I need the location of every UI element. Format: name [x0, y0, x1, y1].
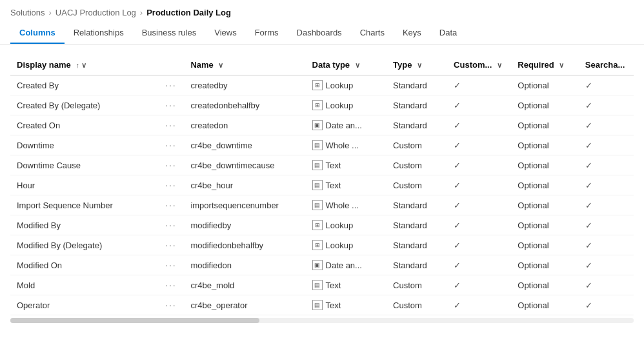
scrollbar-thumb[interactable] — [10, 318, 259, 323]
table-row: Created By ··· createdby ⊞ Lookup Standa… — [10, 75, 634, 95]
datatype-label: Text — [326, 181, 341, 190]
table-row: Modified By (Delegate) ··· modifiedonbeh… — [10, 235, 634, 255]
col-header-required[interactable]: Required ∨ — [511, 55, 579, 75]
nav-tab-keys[interactable]: Keys — [394, 23, 430, 44]
datatype-label: Text — [326, 281, 341, 290]
table-row: Modified By ··· modifiedby ⊞ Lookup Stan… — [10, 215, 634, 235]
cell-type: Custom — [387, 135, 447, 155]
cell-custom: ✓ — [447, 95, 511, 115]
row-menu-dots[interactable]: ··· — [165, 100, 177, 110]
cell-searchable: ✓ — [579, 255, 634, 275]
row-menu-dots[interactable]: ··· — [165, 240, 177, 250]
datatype-label: Date an... — [326, 121, 362, 130]
custom-check-icon: ✓ — [454, 201, 461, 210]
custom-check-icon: ✓ — [454, 81, 461, 90]
row-menu-dots[interactable]: ··· — [165, 120, 177, 130]
row-menu-dots[interactable]: ··· — [165, 140, 177, 150]
cell-display-name: Created By (Delegate) — [10, 95, 159, 115]
custom-check-icon: ✓ — [454, 181, 461, 190]
datatype-icon: ⊞ — [312, 240, 323, 250]
row-menu-dots[interactable]: ··· — [165, 80, 177, 90]
datatype-label: Lookup — [326, 81, 354, 90]
cell-required: Optional — [511, 75, 579, 95]
breadcrumb-solutions[interactable]: Solutions — [10, 8, 45, 17]
cell-dots[interactable]: ··· — [159, 255, 184, 275]
custom-check-icon: ✓ — [454, 261, 461, 270]
cell-searchable: ✓ — [579, 215, 634, 235]
datatype-icon: ⊞ — [312, 80, 323, 90]
col-header-datatype[interactable]: Data type ∨ — [306, 55, 387, 75]
nav-tab-forms[interactable]: Forms — [246, 23, 288, 44]
cell-required: Optional — [511, 235, 579, 255]
search-check-icon: ✓ — [585, 281, 592, 290]
cell-datatype: ▤ Whole ... — [306, 135, 387, 155]
cell-required: Optional — [511, 295, 579, 315]
col-header-type[interactable]: Type ∨ — [387, 55, 447, 75]
sort-icon-datatype: ∨ — [355, 61, 360, 70]
cell-custom: ✓ — [447, 255, 511, 275]
cell-display-name: Modified By (Delegate) — [10, 235, 159, 255]
cell-dots[interactable]: ··· — [159, 115, 184, 135]
nav-tab-business-rules[interactable]: Business rules — [133, 23, 206, 44]
row-menu-dots[interactable]: ··· — [165, 220, 177, 230]
datatype-label: Lookup — [326, 221, 354, 230]
nav-tab-views[interactable]: Views — [205, 23, 245, 44]
row-menu-dots[interactable]: ··· — [165, 200, 177, 210]
cell-dots[interactable]: ··· — [159, 215, 184, 235]
nav-tab-columns[interactable]: Columns — [10, 23, 65, 44]
cell-datatype: ⊞ Lookup — [306, 75, 387, 95]
col-header-searchable[interactable]: Searcha... — [579, 55, 634, 75]
cell-display-name: Downtime — [10, 135, 159, 155]
row-menu-dots[interactable]: ··· — [165, 260, 177, 270]
table-row: Modified On ··· modifiedon ▣ Date an... … — [10, 255, 634, 275]
search-check-icon: ✓ — [585, 241, 592, 250]
row-menu-dots[interactable]: ··· — [165, 180, 177, 190]
cell-dots[interactable]: ··· — [159, 155, 184, 175]
search-check-icon: ✓ — [585, 121, 592, 130]
breadcrumb-sep-1: › — [48, 8, 51, 17]
row-menu-dots[interactable]: ··· — [165, 160, 177, 170]
cell-name: cr4be_operator — [184, 295, 305, 315]
nav-tab-dashboards[interactable]: Dashboards — [288, 23, 351, 44]
cell-custom: ✓ — [447, 195, 511, 215]
cell-required: Optional — [511, 215, 579, 235]
custom-check-icon: ✓ — [454, 161, 461, 170]
cell-type: Standard — [387, 95, 447, 115]
cell-display-name: Modified By — [10, 215, 159, 235]
cell-dots[interactable]: ··· — [159, 75, 184, 95]
col-header-custom[interactable]: Custom... ∨ — [447, 55, 511, 75]
sort-icon-name: ∨ — [218, 61, 223, 70]
custom-check-icon: ✓ — [454, 101, 461, 110]
cell-display-name: Downtime Cause — [10, 155, 159, 175]
cell-name: createdby — [184, 75, 305, 95]
cell-display-name: Operator — [10, 295, 159, 315]
custom-check-icon: ✓ — [454, 121, 461, 130]
cell-dots[interactable]: ··· — [159, 175, 184, 195]
nav-tab-data[interactable]: Data — [430, 23, 466, 44]
row-menu-dots[interactable]: ··· — [165, 280, 177, 290]
cell-name: cr4be_hour — [184, 175, 305, 195]
col-header-name[interactable]: Name ∨ — [184, 55, 305, 75]
cell-dots[interactable]: ··· — [159, 135, 184, 155]
datatype-icon: ▤ — [312, 180, 323, 190]
row-menu-dots[interactable]: ··· — [165, 300, 177, 310]
custom-check-icon: ✓ — [454, 221, 461, 230]
nav-tab-charts[interactable]: Charts — [351, 23, 394, 44]
cell-dots[interactable]: ··· — [159, 275, 184, 295]
cell-dots[interactable]: ··· — [159, 235, 184, 255]
horizontal-scrollbar[interactable] — [10, 318, 634, 323]
nav-tab-relationships[interactable]: Relationships — [65, 23, 133, 44]
cell-datatype: ▤ Text — [306, 275, 387, 295]
cell-required: Optional — [511, 155, 579, 175]
search-check-icon: ✓ — [585, 101, 592, 110]
datatype-label: Whole ... — [326, 141, 359, 150]
cell-dots[interactable]: ··· — [159, 295, 184, 315]
cell-dots[interactable]: ··· — [159, 195, 184, 215]
table-row: Mold ··· cr4be_mold ▤ Text Custom ✓ Opti… — [10, 275, 634, 295]
cell-type: Custom — [387, 155, 447, 175]
col-header-display-name[interactable]: Display name ↑ ∨ — [10, 55, 159, 75]
breadcrumb-uacj[interactable]: UACJ Production Log — [55, 8, 136, 17]
sort-icon-type: ∨ — [417, 61, 422, 70]
cell-custom: ✓ — [447, 115, 511, 135]
cell-dots[interactable]: ··· — [159, 95, 184, 115]
